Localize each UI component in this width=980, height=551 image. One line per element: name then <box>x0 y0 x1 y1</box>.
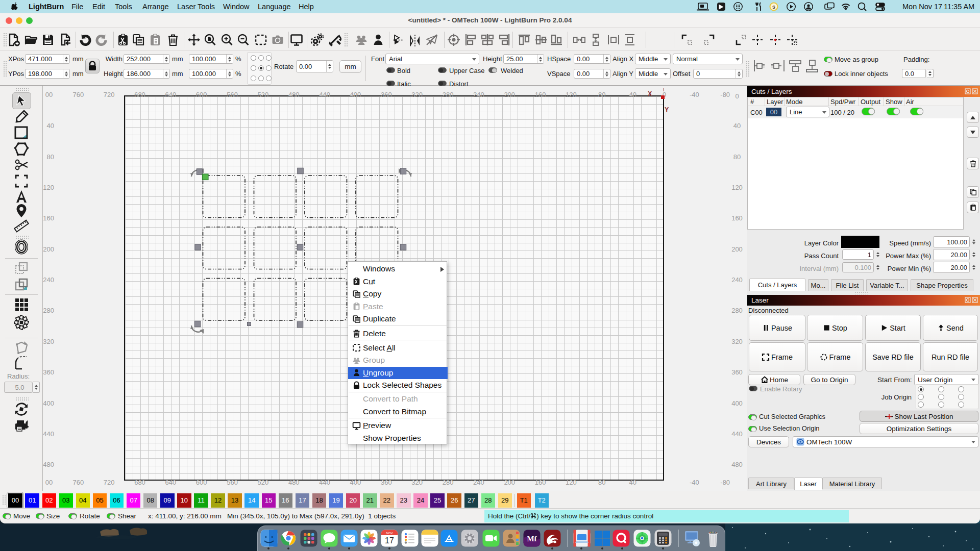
svg-text:17: 17 <box>385 536 394 545</box>
svg-text:Mf: Mf <box>527 535 537 543</box>
svg-text:S: S <box>772 5 775 10</box>
svg-text:NOV: NOV <box>386 532 393 535</box>
